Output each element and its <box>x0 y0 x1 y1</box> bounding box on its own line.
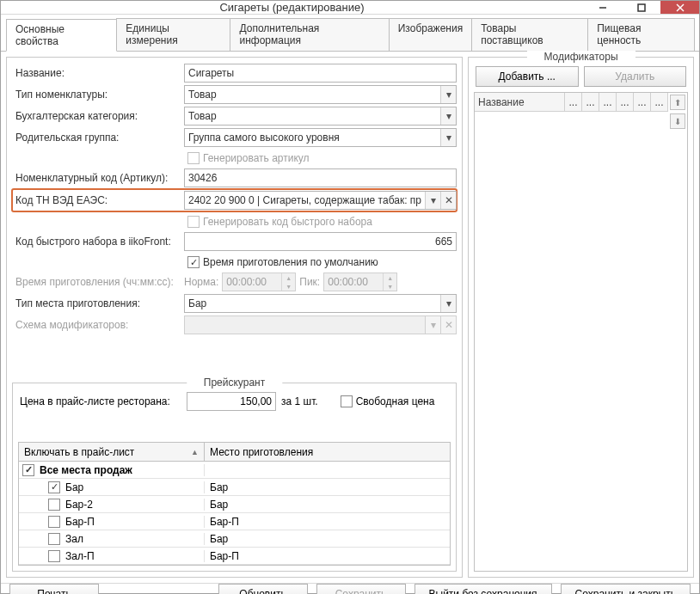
row-checkbox[interactable] <box>48 499 60 511</box>
left-pane: Название: Тип номенклатуры:Товар▾ Бухгал… <box>6 57 463 578</box>
sort-asc-icon: ▲ <box>191 448 199 456</box>
price-label: Цена в прайс-листе ресторана: <box>18 395 181 407</box>
tab-units[interactable]: Единицы измерения <box>116 18 230 51</box>
tab-images[interactable]: Изображения <box>389 18 472 51</box>
cooktime-label: Время приготовления (чч:мм:сс): <box>12 276 184 288</box>
mod-col[interactable]: ... <box>651 93 668 111</box>
gen-art-checkbox <box>187 152 200 164</box>
parent-combo[interactable]: Группа самого высокого уровня▾ <box>184 128 457 147</box>
tab-extra[interactable]: Дополнительная информация <box>230 18 389 51</box>
titlebar: Сигареты (редактирование) <box>1 1 699 15</box>
move-down-button[interactable]: ⬇ <box>670 113 685 129</box>
acct-label: Бухгалтерская категория: <box>12 110 184 122</box>
window-title: Сигареты (редактирование) <box>1 1 583 14</box>
chevron-down-icon: ▾ <box>440 86 456 103</box>
move-up-button[interactable]: ⬆ <box>670 95 685 110</box>
table-row[interactable]: ✓БарБар <box>19 479 450 496</box>
col-place[interactable]: Место приготовления <box>205 443 450 461</box>
close-button[interactable] <box>660 1 699 14</box>
placetype-label: Тип места приготовления: <box>12 297 184 309</box>
gen-art-row: Генерировать артикул <box>12 149 457 168</box>
chevron-down-icon: ▾ <box>440 129 456 146</box>
name-input[interactable] <box>184 64 457 83</box>
sku-input[interactable] <box>184 168 457 187</box>
add-modifier-button[interactable]: Добавить ... <box>476 66 579 87</box>
placetype-combo[interactable]: Бар▾ <box>184 294 457 313</box>
defcook-row[interactable]: ✓Время приготовления по умолчанию <box>12 253 457 272</box>
content: Название: Тип номенклатуры:Товар▾ Бухгал… <box>1 52 699 583</box>
mod-col[interactable]: ... <box>634 93 651 111</box>
chevron-down-icon: ▾ <box>440 295 456 312</box>
defcook-checkbox[interactable]: ✓ <box>187 256 200 268</box>
modifiers-fieldset: Модификаторы Добавить ... Удалить Назван… <box>468 57 694 578</box>
gen-fast-checkbox <box>187 216 200 228</box>
minimize-button[interactable] <box>583 1 622 14</box>
chevron-down-icon: ▾ <box>425 192 440 209</box>
row-checkbox[interactable] <box>48 533 60 545</box>
maximize-button[interactable] <box>622 1 660 14</box>
fast-label: Код быстрого набора в iikoFront: <box>12 236 184 248</box>
row-checkbox[interactable] <box>48 550 60 562</box>
table-row[interactable]: Зал-ПБар-П <box>19 548 450 565</box>
tab-suppliers[interactable]: Товары поставщиков <box>471 18 588 51</box>
tab-nutrition[interactable]: Пищевая ценность <box>587 18 695 51</box>
parent-label: Родительская группа: <box>12 132 184 144</box>
table-row[interactable]: ✓Все места продаж <box>19 462 450 479</box>
delete-modifier-button: Удалить <box>584 66 687 87</box>
free-price-checkbox[interactable]: Свободная цена <box>341 395 435 407</box>
tabs: Основные свойства Единицы измерения Допо… <box>1 15 699 52</box>
clear-icon: ✕ <box>440 316 456 334</box>
type-label: Тип номенклатуры: <box>12 89 184 101</box>
window: Сигареты (редактирование) Основные свойс… <box>0 0 700 594</box>
col-include[interactable]: Включать в прайс-лист▲ <box>19 443 205 461</box>
refresh-button[interactable]: Обновить <box>218 584 308 594</box>
mod-col[interactable]: ... <box>599 93 617 111</box>
modifiers-grid: Название ... ... ... ... ... ... ⬆ ⬇ <box>474 92 688 572</box>
modscheme-label: Схема модификаторов: <box>12 319 184 331</box>
right-pane: Модификаторы Добавить ... Удалить Назван… <box>468 57 694 578</box>
modscheme-combo: ▾✕ <box>184 315 457 334</box>
footer: Печать Обновить Сохранить Выйти без сохр… <box>1 583 699 594</box>
save-button: Сохранить <box>316 584 406 594</box>
gen-fast-row: Генерировать код быстрого набора <box>12 212 457 231</box>
mod-col[interactable]: ... <box>565 93 582 111</box>
table-row[interactable]: Бар-2Бар <box>19 496 450 513</box>
sku-label: Номенклатурный код (Артикул): <box>12 172 184 184</box>
norm-time-input: 00:00:00▲▼ <box>222 273 296 291</box>
chevron-down-icon: ▾ <box>440 107 456 125</box>
print-button[interactable]: Печать <box>9 584 99 594</box>
peak-time-input: 00:00:00▲▼ <box>323 273 397 291</box>
tnved-label: Код ТН ВЭД ЕАЭС: <box>12 194 184 206</box>
price-table: Включать в прайс-лист▲ Место приготовлен… <box>18 442 451 566</box>
svg-rect-1 <box>638 4 645 11</box>
mod-col-name[interactable]: Название <box>475 93 565 111</box>
tab-main[interactable]: Основные свойства <box>6 19 117 52</box>
name-label: Название: <box>12 67 184 79</box>
per-unit: за 1 шт. <box>281 395 318 407</box>
window-buttons <box>583 1 699 14</box>
chevron-down-icon: ▾ <box>425 316 440 334</box>
row-checkbox[interactable] <box>48 516 60 528</box>
pricelist-fieldset: Прейскурант Цена в прайс-листе ресторана… <box>12 383 457 572</box>
fast-input[interactable] <box>184 232 457 251</box>
type-combo[interactable]: Товар▾ <box>184 85 457 104</box>
row-checkbox[interactable]: ✓ <box>22 464 34 476</box>
acct-combo[interactable]: Товар▾ <box>184 107 457 126</box>
price-input[interactable] <box>187 392 276 411</box>
table-row[interactable]: ЗалБар <box>19 530 450 548</box>
mod-col[interactable]: ... <box>617 93 634 111</box>
table-row[interactable]: Бар-ПБар-П <box>19 513 450 530</box>
mod-col[interactable]: ... <box>582 93 599 111</box>
save-close-button[interactable]: Сохранить и закрыть <box>561 584 691 594</box>
clear-icon[interactable]: ✕ <box>440 192 456 209</box>
tnved-combo[interactable]: 2402 20 900 0 | Сигареты, содержащие таб… <box>184 191 457 210</box>
exit-no-save-button[interactable]: Выйти без сохранения <box>414 584 552 594</box>
row-checkbox[interactable]: ✓ <box>48 481 60 493</box>
